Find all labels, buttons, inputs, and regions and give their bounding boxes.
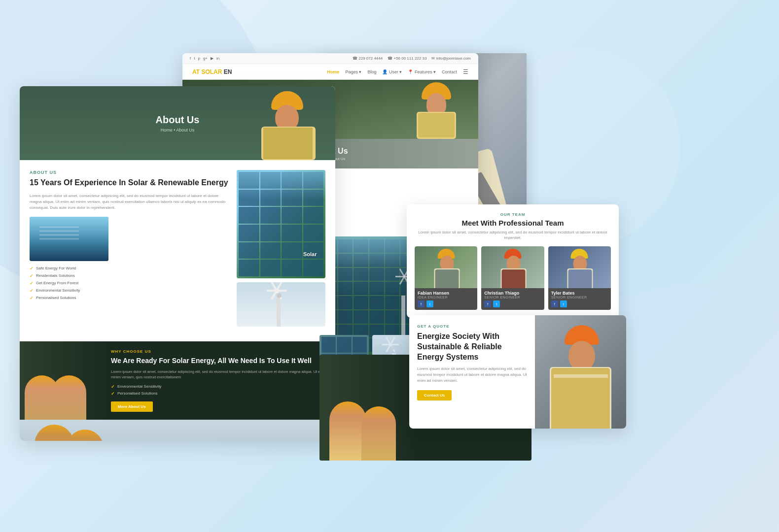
- sp-cell: [282, 260, 302, 276]
- sp-cell: [239, 242, 259, 259]
- tm-worker-1: [432, 249, 460, 288]
- sp-cell: [239, 225, 259, 241]
- check-2: ✓: [30, 273, 34, 278]
- hamburger-icon[interactable]: ☰: [463, 68, 468, 75]
- tm-tw-1[interactable]: t: [426, 300, 433, 307]
- solar-panels-image: [237, 170, 325, 278]
- sp-cell: [260, 207, 281, 224]
- nav-contact[interactable]: Contact: [442, 69, 457, 74]
- why-checklist: ✓Environmental Sensitivity ✓Personalised…: [111, 384, 335, 396]
- more-about-us-button[interactable]: More About Us: [111, 401, 153, 412]
- nav-home[interactable]: Home: [327, 69, 339, 74]
- quote-right: [535, 315, 626, 429]
- team-card: OUR TEAM Meet With Professional Team Lor…: [407, 204, 619, 318]
- feature-5: ✓Personalised Solutions: [30, 296, 229, 300]
- hero-vest: [418, 113, 455, 137]
- team-desc: Lorem ipsum dolor sit amet, consectetur …: [415, 230, 611, 240]
- why-desc: Lorem ipsum dolor sit amet, consectetur …: [111, 369, 335, 380]
- tm-socials-1: f t: [418, 300, 474, 307]
- about-card-header: About Us Home • About Us: [20, 86, 335, 160]
- feature-checklist: ✓Safe Energy For World ✓Residentials Sol…: [30, 266, 229, 300]
- sp-line-1: [39, 227, 79, 228]
- sp-cell: [282, 242, 302, 259]
- tm-fb-3[interactable]: f: [551, 300, 558, 307]
- social-in[interactable]: in: [216, 56, 219, 61]
- sp-cell: [303, 207, 324, 224]
- tm-tw-3[interactable]: t: [560, 300, 567, 307]
- windmill-hub: [391, 346, 395, 350]
- tm-name-1: Fabian Hansen: [418, 291, 474, 296]
- why-worker-2: [52, 375, 86, 420]
- why-content: WHY CHOOSE US We Are Ready For Solar Ene…: [111, 349, 335, 412]
- team-member-1: Fabian Hansen IDEA ENGINEER f t: [415, 246, 477, 310]
- sp-line-2: [39, 231, 79, 232]
- nav-pages[interactable]: Pages ▾: [345, 69, 361, 74]
- about-card-content: ABOUT US 15 Years Of Experience In Solar…: [20, 160, 335, 336]
- feature-4: ✓Environmental Sensitivity: [30, 288, 229, 293]
- tm-photo-2: [481, 246, 544, 288]
- tm-vs3: [568, 269, 592, 288]
- tm-role-1: IDEA ENGINEER: [418, 296, 474, 299]
- sp-cell: [239, 260, 259, 276]
- nav-features[interactable]: 📍 Features ▾: [408, 69, 436, 74]
- nav-user[interactable]: 👤 User ▾: [382, 69, 402, 74]
- quote-card: GET A QUOTE Energize Society With Sustai…: [409, 315, 626, 429]
- about-card-breadcrumb: Home • About Us: [161, 128, 195, 133]
- sky-overlay: [237, 170, 325, 200]
- team-members: Fabian Hansen IDEA ENGINEER f t Christia…: [415, 246, 611, 310]
- wfc-workers: [319, 355, 418, 461]
- team-title: Meet With Professional Team: [415, 219, 611, 227]
- site-nav: Home Pages ▾ Blog 👤 User ▾ 📍 Features ▾ …: [327, 68, 468, 75]
- logo-solar: SOLAR: [201, 68, 222, 75]
- phone2: ☎ +56 00 111 222 33: [388, 56, 426, 61]
- social-t[interactable]: t: [194, 56, 195, 61]
- tm-worker-2: [499, 249, 526, 288]
- about-left-col: ABOUT US 15 Years Of Experience In Solar…: [30, 170, 229, 327]
- sp-cell: [303, 225, 324, 241]
- quote-title: Energize Society With Sustainable & Reli…: [417, 332, 527, 362]
- tm-socials-2: f t: [484, 300, 541, 307]
- sp-cell: [303, 260, 324, 276]
- team-tag: OUR TEAM: [415, 212, 611, 217]
- tm-fb-2[interactable]: f: [484, 300, 491, 307]
- feature-2: ✓Residentials Solutions: [30, 273, 229, 278]
- wm-hub: [277, 293, 282, 298]
- phone1: ☎ 229 072 4444: [353, 56, 383, 61]
- social-p[interactable]: p: [198, 56, 200, 61]
- tm-info-3: Tyler Bates SENIOR ENGINEER f t: [548, 288, 611, 310]
- contact-us-button[interactable]: Contact Us: [417, 390, 452, 400]
- why-section: WHY CHOOSE US We Are Ready For Solar Ene…: [20, 341, 335, 420]
- about-card-worker: [256, 91, 320, 160]
- tm-fb-1[interactable]: f: [418, 300, 425, 307]
- tm-photo-1: [415, 246, 477, 288]
- bottom-worker-2: [67, 430, 104, 441]
- tm-info-1: Fabian Hansen IDEA ENGINEER f t: [415, 288, 477, 310]
- sp-cell: [260, 260, 281, 276]
- wfc-worker-1: [329, 401, 366, 461]
- tm-worker-3: [566, 249, 593, 288]
- site-header: AT SOLAR EN Home Pages ▾ Blog 👤 User ▾ 📍…: [182, 64, 478, 80]
- sp-cell: [239, 207, 259, 224]
- check-3: ✓: [30, 281, 34, 286]
- tm-tw-2[interactable]: t: [493, 300, 500, 307]
- nav-blog[interactable]: Blog: [367, 69, 376, 74]
- wm-tower: [277, 297, 281, 327]
- why-check-1: ✓: [111, 384, 115, 389]
- about-us-card: About Us Home • About Us ABOUT US 15 Yea…: [20, 86, 335, 441]
- bottom-workers-section: [20, 420, 335, 441]
- quote-desc: Lorem ipsum dolor sit amet, consectetur …: [417, 366, 527, 384]
- why-workers: [20, 341, 104, 420]
- sp-cell: [282, 225, 302, 241]
- qw-head: [568, 341, 595, 370]
- about-title: 15 Years Of Experience In Solar & Renewa…: [30, 178, 229, 188]
- quote-left: GET A QUOTE Energize Society With Sustai…: [409, 315, 535, 429]
- social-yt[interactable]: ▶: [211, 56, 213, 61]
- social-f[interactable]: f: [190, 56, 191, 61]
- why-feature-2: ✓Personalised Solutions: [111, 391, 335, 396]
- sp-line-3: [39, 234, 79, 235]
- team-member-3: Tyler Bates SENIOR ENGINEER f t: [548, 246, 611, 310]
- check-4: ✓: [30, 288, 34, 293]
- tm-photo-3: [548, 246, 611, 288]
- sp-cell: [260, 242, 281, 259]
- social-g[interactable]: g+: [203, 56, 208, 61]
